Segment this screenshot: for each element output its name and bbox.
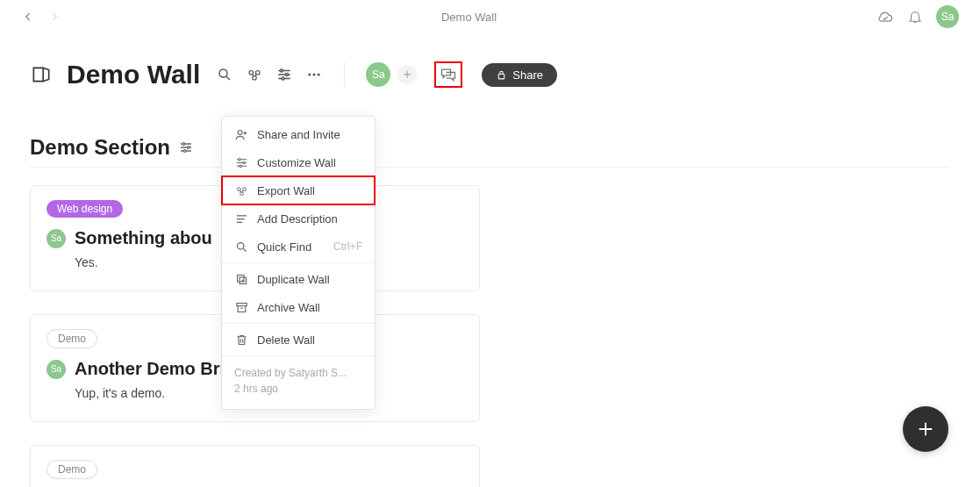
- svg-point-24: [183, 150, 186, 153]
- svg-point-9: [318, 74, 320, 76]
- svg-point-6: [282, 77, 284, 80]
- menu-add-description[interactable]: Add Description: [222, 204, 375, 233]
- svg-point-17: [240, 191, 243, 195]
- svg-point-3: [253, 76, 257, 81]
- sliders-icon: [234, 155, 248, 169]
- menu-export-wall[interactable]: Export Wall: [222, 176, 375, 204]
- shortcut-label: Ctrl+F: [333, 240, 362, 253]
- svg-point-7: [309, 74, 311, 76]
- svg-point-0: [219, 69, 227, 77]
- svg-point-18: [237, 242, 244, 249]
- person-plus-icon: [234, 127, 248, 141]
- trash-icon: [234, 333, 248, 347]
- menu-archive-wall[interactable]: Archive Wall: [222, 293, 375, 321]
- created-by-label: Created by Satyarth S...: [234, 365, 362, 381]
- sliders-icon[interactable]: [275, 66, 293, 83]
- forward-icon[interactable]: [47, 10, 61, 24]
- svg-point-5: [286, 74, 289, 76]
- menu-share-invite[interactable]: Share and Invite: [222, 120, 375, 148]
- menu-quick-find[interactable]: Quick Find Ctrl+F: [222, 233, 375, 261]
- section-header: Demo Section: [0, 98, 980, 167]
- wall-title: Demo Wall: [67, 60, 200, 90]
- add-brick-button[interactable]: [903, 406, 948, 452]
- brick-card[interactable]: Demo Sa Demo Brick It's a Demo.: [30, 445, 480, 487]
- chat-button[interactable]: [434, 61, 462, 88]
- svg-rect-10: [499, 74, 505, 78]
- menu-separator: [222, 262, 375, 263]
- separator: [344, 62, 345, 87]
- menu-separator: [222, 323, 375, 324]
- menu-label: Duplicate Wall: [257, 273, 330, 286]
- author-avatar: Sa: [46, 360, 66, 379]
- more-menu: Share and Invite Customize Wall Export W…: [221, 116, 376, 410]
- user-avatar[interactable]: Sa: [936, 5, 959, 28]
- svg-point-14: [240, 165, 242, 168]
- svg-point-4: [281, 69, 283, 72]
- duplicate-icon: [234, 272, 248, 286]
- menu-delete-wall[interactable]: Delete Wall: [222, 326, 375, 354]
- svg-point-11: [238, 130, 242, 134]
- wall-header: Demo Wall Sa + Share: [0, 33, 980, 98]
- top-bar: Demo Wall Sa: [0, 0, 980, 33]
- more-icon[interactable]: [305, 66, 323, 83]
- svg-point-12: [238, 158, 240, 161]
- tag-badge[interactable]: Web design: [46, 200, 123, 218]
- description-icon: [234, 211, 248, 226]
- export-icon: [234, 183, 248, 197]
- author-avatar: Sa: [46, 229, 66, 248]
- svg-point-13: [242, 161, 245, 164]
- share-button[interactable]: Share: [482, 63, 557, 87]
- svg-point-22: [182, 143, 185, 146]
- tag-badge[interactable]: Demo: [46, 460, 97, 479]
- collaborator-avatar[interactable]: Sa: [366, 62, 390, 87]
- back-icon[interactable]: [21, 10, 35, 24]
- export-icon[interactable]: [246, 66, 263, 83]
- section-title: Demo Section: [30, 135, 170, 160]
- add-collaborator-button[interactable]: +: [397, 65, 417, 84]
- menu-label: Archive Wall: [257, 301, 320, 314]
- menu-label: Export Wall: [257, 184, 315, 197]
- menu-label: Quick Find: [257, 240, 311, 254]
- svg-point-23: [187, 147, 190, 149]
- menu-label: Delete Wall: [257, 333, 315, 347]
- tag-badge[interactable]: Demo: [46, 329, 97, 348]
- menu-label: Add Description: [257, 212, 338, 226]
- share-label: Share: [512, 68, 543, 82]
- search-icon: [234, 240, 248, 254]
- svg-point-8: [313, 74, 316, 76]
- menu-duplicate-wall[interactable]: Duplicate Wall: [222, 265, 375, 293]
- menu-customize-wall[interactable]: Customize Wall: [222, 148, 375, 176]
- svg-rect-21: [236, 303, 246, 305]
- brick-title: Another Demo Brick: [75, 359, 244, 379]
- search-icon[interactable]: [216, 66, 233, 83]
- cards-container: Web design Sa Something abou Yes. Demo S…: [0, 168, 980, 487]
- section-settings-icon[interactable]: [179, 140, 193, 154]
- menu-footer: Created by Satyarth S... 2 hrs ago: [222, 358, 375, 405]
- created-time-label: 2 hrs ago: [234, 381, 362, 397]
- notifications-icon[interactable]: [906, 8, 924, 25]
- menu-label: Share and Invite: [257, 128, 340, 141]
- archive-icon: [234, 300, 248, 314]
- menu-separator: [222, 355, 375, 356]
- cloud-sync-icon[interactable]: [876, 8, 894, 25]
- menu-label: Customize Wall: [257, 156, 336, 169]
- brick-title: Something abou: [75, 228, 212, 248]
- page-title: Demo Wall: [61, 11, 876, 24]
- wall-icon: [30, 62, 54, 87]
